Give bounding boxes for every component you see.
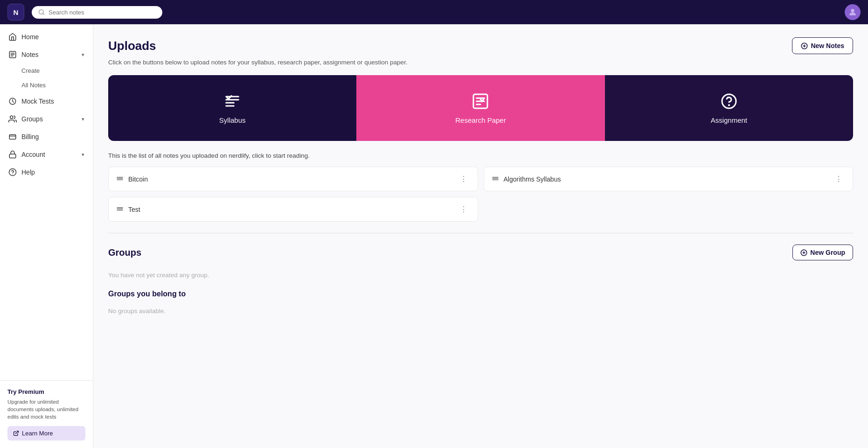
sidebar-item-home-label: Home	[21, 33, 39, 41]
sidebar-item-help-label: Help	[21, 168, 35, 176]
sidebar-item-billing[interactable]: Billing	[0, 128, 93, 146]
sidebar-item-create[interactable]: Create	[0, 63, 93, 78]
note-list-icon	[116, 175, 124, 183]
search-bar-container	[32, 6, 162, 19]
account-chevron-icon: ▾	[82, 152, 84, 158]
sidebar-item-help[interactable]: Help	[0, 163, 93, 181]
learn-more-label: Learn More	[22, 430, 53, 437]
help-icon	[8, 168, 17, 176]
research-paper-icon	[471, 92, 490, 111]
page-subtitle: Click on the buttons below to upload not…	[108, 59, 853, 66]
note-test-name: Test	[128, 206, 452, 213]
syllabus-icon	[223, 92, 242, 111]
home-icon	[8, 33, 17, 41]
new-notes-label: New Notes	[811, 42, 844, 49]
svg-point-8	[10, 116, 13, 119]
upload-card-syllabus[interactable]: Syllabus	[108, 75, 356, 141]
page-header: Uploads New Notes	[108, 37, 853, 54]
learn-more-button[interactable]: Learn More	[7, 426, 85, 441]
svg-point-27	[722, 94, 736, 108]
sidebar-item-groups-label: Groups	[21, 115, 43, 123]
top-bar: N	[0, 0, 868, 24]
note-item-algorithms[interactable]: Algorithms Syllabus ⋮	[484, 167, 854, 191]
no-groups-message: You have not yet created any group.	[108, 268, 853, 290]
sidebar-item-all-notes[interactable]: All Notes	[0, 78, 93, 92]
svg-line-14	[15, 431, 18, 434]
sidebar-item-billing-label: Billing	[21, 133, 39, 140]
new-group-button[interactable]: New Group	[792, 245, 853, 260]
syllabus-label: Syllabus	[219, 116, 246, 124]
note-item-bitcoin[interactable]: Bitcoin ⋮	[108, 167, 478, 191]
groups-section-header: Groups New Group	[108, 245, 853, 260]
svg-line-1	[43, 14, 44, 15]
groups-belong-to-title: Groups you belong to	[108, 290, 853, 298]
note-algorithms-menu[interactable]: ⋮	[832, 174, 845, 184]
no-belong-groups-message: No groups available.	[108, 304, 853, 326]
notes-icon	[8, 50, 17, 59]
notes-description: This is the list of all notes you upload…	[108, 152, 853, 159]
sidebar-item-account[interactable]: Account ▾	[0, 146, 93, 163]
account-icon	[8, 150, 17, 159]
notes-grid: Bitcoin ⋮ Algorithms Syllabus ⋮ Test ⋮	[108, 167, 853, 222]
new-group-label: New Group	[810, 249, 845, 256]
sidebar-item-notes[interactable]: Notes ▾	[0, 46, 93, 63]
groups-icon	[8, 115, 17, 123]
plus-circle-icon	[800, 249, 807, 256]
sidebar-item-groups[interactable]: Groups ▾	[0, 110, 93, 128]
upload-cards: Syllabus Research Paper	[108, 75, 853, 141]
note-bitcoin-name: Bitcoin	[128, 175, 452, 183]
note-list-icon-2	[492, 175, 499, 183]
notes-chevron-icon: ▾	[82, 52, 84, 58]
svg-rect-9	[9, 135, 16, 140]
groups-title: Groups	[108, 247, 141, 258]
sidebar-item-notes-label: Notes	[21, 51, 39, 58]
groups-chevron-icon: ▾	[82, 116, 84, 122]
note-algorithms-name: Algorithms Syllabus	[504, 175, 828, 183]
note-test-menu[interactable]: ⋮	[457, 204, 470, 215]
main-content: Uploads New Notes Click on the buttons b…	[93, 24, 868, 448]
note-bitcoin-menu[interactable]: ⋮	[457, 174, 470, 184]
app-logo[interactable]: N	[7, 4, 24, 21]
avatar[interactable]	[845, 4, 861, 20]
section-divider	[108, 233, 853, 233]
upload-card-assignment[interactable]: Assignment	[605, 75, 853, 141]
page-title: Uploads	[108, 39, 156, 53]
svg-point-2	[851, 9, 854, 12]
sidebar-item-account-label: Account	[21, 151, 45, 158]
note-list-icon-3	[116, 206, 124, 213]
billing-icon	[8, 133, 17, 141]
sidebar-premium: Try Premium Upgrade for unlimited docume…	[0, 380, 93, 448]
plus-icon	[801, 42, 808, 49]
app-body: Home Notes ▾ Create All Notes Mock Tests	[0, 24, 868, 448]
sidebar-item-mock-tests[interactable]: Mock Tests	[0, 92, 93, 110]
upload-card-research-paper[interactable]: Research Paper	[356, 75, 604, 141]
sidebar-nav: Home Notes ▾ Create All Notes Mock Tests	[0, 24, 93, 380]
search-input[interactable]	[49, 9, 156, 16]
sidebar: Home Notes ▾ Create All Notes Mock Tests	[0, 24, 93, 448]
research-paper-label: Research Paper	[455, 116, 506, 124]
note-item-test[interactable]: Test ⋮	[108, 197, 478, 222]
assignment-label: Assignment	[711, 116, 747, 124]
external-link-icon	[13, 430, 19, 436]
search-icon	[38, 9, 45, 15]
premium-title: Try Premium	[7, 388, 85, 395]
premium-description: Upgrade for unlimited documents uploads,…	[7, 398, 85, 420]
assignment-icon	[720, 92, 738, 111]
new-notes-button[interactable]: New Notes	[792, 37, 853, 54]
svg-rect-11	[9, 154, 16, 158]
sidebar-item-mock-tests-label: Mock Tests	[21, 98, 54, 105]
sidebar-item-home[interactable]: Home	[0, 28, 93, 46]
mock-tests-icon	[8, 97, 17, 105]
